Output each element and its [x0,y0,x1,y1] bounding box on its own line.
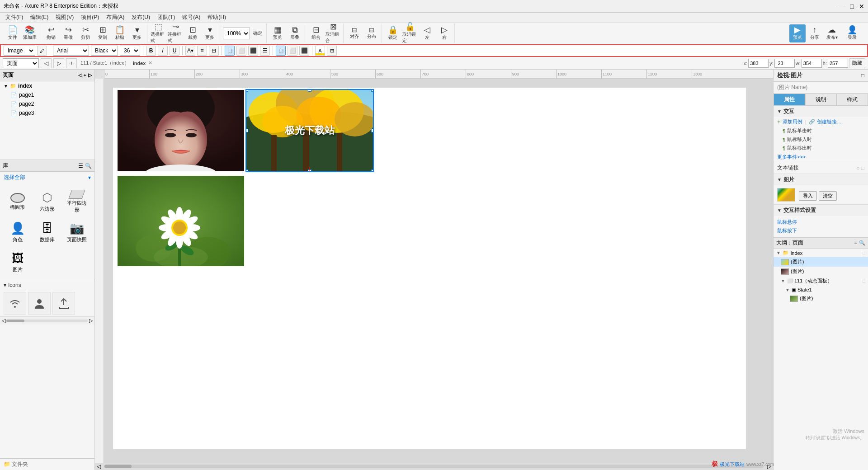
w-input[interactable] [802,59,822,68]
event-click[interactable]: 鼠标单击时 [774,127,868,135]
publish-btn[interactable]: ☁发布▾ [824,24,840,42]
layers-search-icon[interactable]: 🔍 [859,240,865,246]
preview-btn[interactable]: ▶预览 [789,24,806,42]
widget-parallelogram[interactable]: 平行四边形 [63,187,91,216]
menu-publish[interactable]: 发布(U) [128,13,154,22]
move-right-btn[interactable]: ▷右 [436,24,453,42]
image-leaves[interactable]: 极光下载站 [246,90,373,171]
new-file-btn[interactable]: 📄文件 [5,24,21,42]
lib-select-all[interactable]: 选择全部 ▾ [0,172,94,183]
more-mode-btn[interactable]: ▾更多 [202,24,218,42]
layer-image-state[interactable]: (图片) [774,294,868,303]
mousedown-style-link[interactable]: 鼠标按下 [777,226,864,235]
icons-section-title[interactable]: ▾ Icons [0,280,94,290]
more-events-btn[interactable]: 更多事件>>> [774,152,868,162]
lib-search-icon[interactable]: 🔍 [85,163,92,169]
align-h-justify-btn[interactable]: ☰ [260,46,270,56]
tab-properties[interactable]: 属性 [774,94,805,105]
layer-dynamic-panel[interactable]: ▼ ⬜ 111（动态面板） □ [774,276,868,286]
menu-view[interactable]: 视图(V) [52,13,77,22]
canvas-container[interactable]: 0 100 200 300 400 500 600 700 800 900 10… [95,70,773,463]
layer-state1[interactable]: ▼ ▣ State1 [774,286,868,294]
align-left-btn[interactable]: ≡ [197,46,207,56]
copy-btn[interactable]: ⊞复制 [94,24,111,42]
preview-layer-btn[interactable]: ▦预览 [269,24,286,42]
menu-account[interactable]: 账号(A) [179,13,204,22]
widget-hexagon[interactable]: ⬡ 六边形 [33,187,61,216]
text-color-btn[interactable]: A▾ [185,46,195,56]
layer-expand2[interactable]: □ [863,250,865,255]
canvas-scroll[interactable]: 极光下载站 [104,79,773,463]
layer-btn[interactable]: ⧉层叠 [287,24,303,42]
font-size-select[interactable]: 36 12 14 24 48 [120,46,140,56]
underline-btn[interactable]: U [170,46,179,56]
handle-tr[interactable] [371,90,373,92]
handle-tl[interactable] [246,90,248,92]
widget-upload[interactable] [52,292,75,315]
more-edit-btn[interactable]: ▾更多 [129,24,145,42]
handle-br[interactable] [371,169,373,171]
h-scrollbar[interactable]: ◁ ▷ [95,463,773,470]
tree-item-index[interactable]: ▼ 📁 index [0,81,94,90]
font-color-select[interactable]: Black White Red [91,46,118,56]
import-btn[interactable]: 导入 [799,191,817,201]
layer-image-2[interactable]: (图片) [774,267,868,276]
bold-btn[interactable]: B [146,46,156,56]
image-section-header[interactable]: ▼ 图片 [774,174,868,185]
tree-item-page1[interactable]: 📄 page1 [0,90,94,99]
layer-image-1[interactable]: (图片) [774,257,868,267]
widget-snapshot[interactable]: 📷 页面快照 [63,218,91,246]
move-left-btn[interactable]: ◁左 [419,24,435,42]
border-color-btn[interactable]: ⊞ [327,46,337,56]
text-link-expand[interactable]: □ [861,165,864,171]
x-input[interactable] [748,59,769,68]
interaction-section-header[interactable]: ▼ 交互 [774,106,868,117]
minimize-btn[interactable]: — [839,3,845,10]
tab-close[interactable]: ✕ [148,60,152,66]
menu-team[interactable]: 团队(T) [154,13,179,22]
file-section[interactable]: 📁 文件夹 [0,458,94,470]
lib-menu-icon[interactable]: ☰ [78,163,83,169]
add-case-link[interactable]: 添加用例 [783,118,802,125]
close-btn[interactable]: ✕ [859,3,864,10]
image-woman[interactable] [118,90,244,171]
redo-btn[interactable]: ↪重做 [60,24,76,42]
handle-mr[interactable] [371,129,373,132]
widget-wifi[interactable] [4,292,26,315]
menu-edit[interactable]: 编辑(E) [27,13,52,22]
dp-toggle[interactable]: □ [863,278,865,283]
widget-database[interactable]: 🗄 数据库 [33,218,61,246]
page-add-btn[interactable]: + [66,58,77,68]
scroll-down-icon[interactable]: ▷ [89,318,93,324]
add-lib-btn[interactable]: 📚添加库 [22,24,38,42]
menu-project[interactable]: 项目(P) [77,13,103,22]
h-input[interactable] [828,59,848,68]
paste-btn[interactable]: 📋粘贴 [112,24,128,42]
fill-color-btn[interactable]: A [315,46,325,56]
element-type-select[interactable]: Image Text Button [4,46,35,56]
page-prev-btn[interactable]: ◁ [41,58,52,68]
right-panel-expand[interactable]: □ [861,72,864,79]
login-btn[interactable]: 👤登录 [841,24,863,42]
lock-btn[interactable]: 🔒锁定 [385,24,401,42]
widget-circle[interactable] [28,292,51,315]
event-mousein[interactable]: 鼠标移入时 [774,135,868,144]
select-mode-btn[interactable]: ⬚选择框式 [150,24,166,42]
scroll-left-btn[interactable]: ◁ [95,463,103,470]
scroll-up-icon[interactable]: ◁ [2,318,5,324]
italic-btn[interactable]: I [158,46,168,56]
unlock-btn[interactable]: 🔓取消锁定 [402,24,418,42]
menu-layout[interactable]: 布局(A) [103,13,128,22]
handle-tc[interactable] [308,90,311,92]
menu-file[interactable]: 文件(F) [2,13,27,22]
crop-btn[interactable]: ⊡裁剪 [184,24,201,42]
connect-mode-btn[interactable]: ⊸连接框式 [167,24,184,42]
handle-bl[interactable] [246,169,248,171]
handle-ml[interactable] [246,129,248,132]
ungroup-btn[interactable]: ⊠取消组合 [325,24,341,42]
align-h-left-btn[interactable]: ⬚ [225,46,235,56]
format-icon-btn[interactable]: 🖊 [37,46,47,56]
int-style-header[interactable]: ▼ 交互样式设置 [774,205,868,216]
page-tree-icon1[interactable]: ◁ [78,72,82,78]
tree-item-page3[interactable]: 📄 page3 [0,108,94,118]
